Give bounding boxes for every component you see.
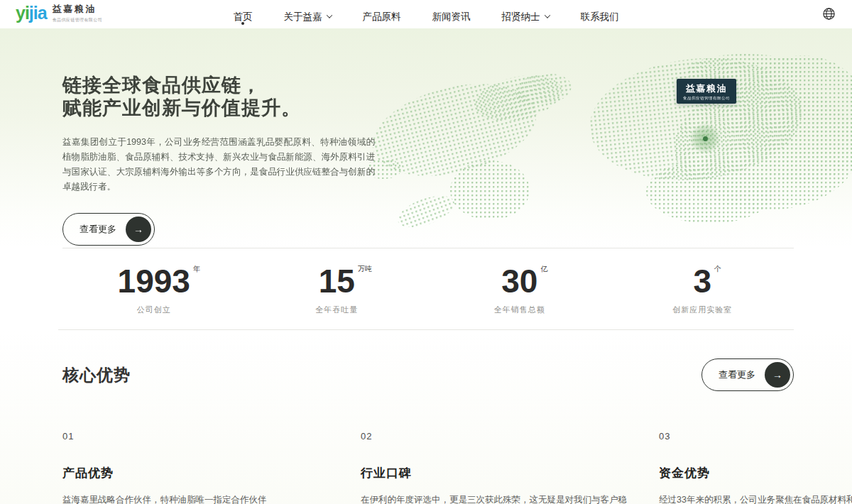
- stat-label: 全年销售总额: [494, 305, 545, 315]
- advantage-cards: 01 产品优势 益海嘉里战略合作伙伴，特种油脂唯一指定合作伙伴 02 行业口碑 …: [62, 431, 852, 504]
- stat-labs: 3 个 创新应用实验室: [611, 264, 794, 315]
- stat-number: 15 万吨: [319, 264, 355, 298]
- hero-title: 链接全球食品供应链， 赋能产业创新与价值提升。: [62, 74, 375, 119]
- card-index: 01: [62, 431, 304, 442]
- nav-item-news[interactable]: 新闻资讯: [432, 0, 471, 28]
- stat-value: 1993: [118, 263, 190, 300]
- stats-section: 1993 年 公司创立 15 万吨 全年吞吐量 30 亿 全年销售总额 3 个 …: [0, 248, 852, 330]
- map-badge-subtitle: 食品供应链管理有限公司: [683, 96, 730, 101]
- hero-description: 益嘉集团创立于1993年，公司业务经营范围涵盖乳品婴配原料、特种油领域的植物脂肪…: [62, 135, 375, 195]
- card-text: 在伊利的年度评选中，更是三次获此殊荣，这无疑是对我们与客户稳: [361, 493, 602, 504]
- nav-item-label: 产品原料: [363, 11, 401, 23]
- stat-label: 公司创立: [137, 305, 171, 315]
- stat-unit: 年: [193, 264, 200, 274]
- nav-item-label: 招贤纳士: [502, 11, 540, 23]
- stat-value: 30: [501, 263, 537, 300]
- nav-item-label: 新闻资讯: [432, 11, 471, 23]
- stat-unit: 亿: [540, 264, 547, 274]
- card-title: 产品优势: [62, 465, 304, 481]
- arrow-right-icon: →: [126, 217, 151, 242]
- card-title: 行业口碑: [361, 465, 602, 481]
- advantage-card-product: 01 产品优势 益海嘉里战略合作伙伴，特种油脂唯一指定合作伙伴: [62, 431, 304, 504]
- language-globe-icon[interactable]: [823, 8, 835, 23]
- advantage-card-capital: 03 资金优势 经过33年来的积累，公司业务聚焦在食品原材料和附属材料: [659, 431, 852, 504]
- header: yijia 益嘉粮油 食品供应链管理有限公司 首页 关于益嘉 产品原料 新闻资讯…: [0, 0, 852, 28]
- hero-content: 链接全球食品供应链， 赋能产业创新与价值提升。 益嘉集团创立于1993年，公司业…: [62, 28, 375, 246]
- nav-item-home[interactable]: 首页: [234, 0, 253, 28]
- stat-label: 创新应用实验室: [672, 305, 732, 315]
- card-index: 02: [361, 431, 602, 442]
- nav-item-careers[interactable]: 招贤纳士: [502, 0, 550, 28]
- view-more-label: 查看更多: [80, 223, 116, 236]
- card-title: 资金优势: [659, 465, 852, 481]
- nav-item-products[interactable]: 产品原料: [363, 0, 401, 28]
- chevron-down-icon: [326, 12, 332, 18]
- hero-title-line2: 赋能产业创新与价值提升。: [62, 97, 375, 119]
- nav-item-about[interactable]: 关于益嘉: [284, 0, 332, 28]
- stat-label: 全年吞吐量: [315, 305, 358, 315]
- section-title: 核心优势: [62, 364, 131, 386]
- arrow-right-icon: →: [765, 362, 790, 388]
- advantages-view-more-button[interactable]: 查看更多 →: [701, 358, 794, 391]
- active-dot: [241, 22, 244, 25]
- map-badge-title: 益嘉粮油: [683, 82, 730, 95]
- hero-section: 益嘉粮油 食品供应链管理有限公司 链接全球食品供应链， 赋能产业创新与价值提升。…: [0, 28, 852, 248]
- stat-founded: 1993 年 公司创立: [62, 264, 246, 315]
- hero-title-line1: 链接全球食品供应链，: [62, 74, 375, 97]
- stat-value: 15: [319, 263, 355, 300]
- nav-item-label: 关于益嘉: [284, 11, 322, 23]
- stats-row: 1993 年 公司创立 15 万吨 全年吞吐量 30 亿 全年销售总额 3 个 …: [62, 264, 794, 315]
- advantages-header: 核心优势 查看更多 →: [62, 358, 794, 391]
- stat-number: 3 个: [693, 264, 711, 298]
- main-nav: 首页 关于益嘉 产品原料 新闻资讯 招贤纳士 联系我们: [0, 0, 852, 28]
- stat-throughput: 15 万吨 全年吞吐量: [246, 264, 429, 315]
- card-text: 经过33年来的积累，公司业务聚焦在食品原材料和附属材料: [659, 493, 852, 504]
- map-company-badge: 益嘉粮油 食品供应链管理有限公司: [677, 79, 736, 104]
- stat-unit: 万吨: [358, 264, 372, 274]
- stat-sales: 30 亿 全年销售总额: [428, 264, 611, 315]
- map-location-marker: [689, 123, 721, 154]
- stat-value: 3: [693, 263, 711, 300]
- view-more-label: 查看更多: [719, 368, 755, 381]
- advantages-section: 核心优势 查看更多 → 01 产品优势 益海嘉里战略合作伙伴，特种油脂唯一指定合…: [0, 330, 852, 504]
- nav-item-contact[interactable]: 联系我们: [581, 0, 619, 28]
- nav-item-label: 联系我们: [581, 11, 619, 23]
- card-index: 03: [659, 431, 852, 442]
- card-text: 益海嘉里战略合作伙伴，特种油脂唯一指定合作伙伴: [62, 493, 304, 504]
- hero-view-more-button[interactable]: 查看更多 →: [62, 213, 155, 246]
- stat-number: 30 亿: [501, 264, 537, 298]
- world-map-dotted: [369, 41, 852, 234]
- advantage-card-reputation: 02 行业口碑 在伊利的年度评选中，更是三次获此殊荣，这无疑是对我们与客户稳: [361, 431, 602, 504]
- stat-unit: 个: [714, 264, 721, 274]
- stat-number: 1993 年: [118, 264, 190, 298]
- chevron-down-icon: [544, 12, 550, 18]
